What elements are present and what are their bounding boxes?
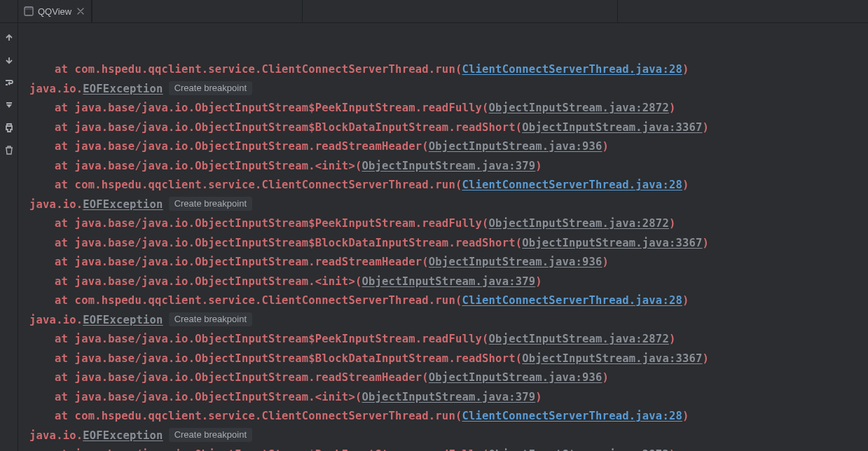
console-line: at java.base/java.io.ObjectInputStream$B… xyxy=(29,234,868,254)
stack-close: ) xyxy=(669,217,676,230)
stack-at: at java.base/java.io.ObjectInputStream$P… xyxy=(55,102,489,114)
source-link[interactable]: ObjectInputStream.java:3367 xyxy=(522,121,702,134)
console-line: java.io.EOFExceptionCreate breakpoint xyxy=(29,195,868,215)
create-breakpoint-button[interactable]: Create breakpoint xyxy=(169,428,252,442)
stack-close: ) xyxy=(669,448,676,451)
console-line: at java.base/java.io.ObjectInputStream$B… xyxy=(29,349,868,369)
exception-class-link[interactable]: EOFException xyxy=(83,198,163,211)
console-line: java.io.EOFExceptionCreate breakpoint xyxy=(29,80,868,99)
exception-package: java.io. xyxy=(29,83,83,95)
console-line: at com.hspedu.qqclient.service.ClientCon… xyxy=(29,176,868,195)
tabbar-segment xyxy=(617,0,729,22)
stack-close: ) xyxy=(703,121,710,134)
exception-package: java.io. xyxy=(29,429,83,442)
source-link[interactable]: ObjectInputStream.java:936 xyxy=(429,371,602,384)
source-link[interactable]: ClientConnectServerThread.java:28 xyxy=(462,294,682,307)
console-line: at com.hspedu.qqclient.service.ClientCon… xyxy=(29,407,868,426)
console-line: at java.base/java.io.ObjectInputStream$P… xyxy=(29,99,868,118)
console-line: at java.base/java.io.ObjectInputStream.<… xyxy=(29,388,868,408)
stack-at: at java.base/java.io.ObjectInputStream$B… xyxy=(55,352,522,365)
stack-close: ) xyxy=(669,102,676,114)
stack-at: at java.base/java.io.ObjectInputStream.r… xyxy=(55,371,429,384)
exception-class-link[interactable]: EOFException xyxy=(83,429,163,442)
stack-close: ) xyxy=(669,333,676,345)
run-toolwindow-gutter xyxy=(0,23,18,451)
scroll-to-end-button[interactable] xyxy=(3,99,15,111)
source-link[interactable]: ObjectInputStream.java:2872 xyxy=(489,448,669,451)
source-link[interactable]: ObjectInputStream.java:3367 xyxy=(522,237,702,249)
up-stack-button[interactable] xyxy=(3,32,15,44)
trash-button[interactable] xyxy=(3,144,15,156)
stack-at: at java.base/java.io.ObjectInputStream$B… xyxy=(55,121,522,134)
stack-close: ) xyxy=(703,237,710,249)
console-line: at java.base/java.io.ObjectInputStream.<… xyxy=(29,272,868,292)
stack-close: ) xyxy=(535,275,542,288)
console-line: at com.hspedu.qqclient.service.ClientCon… xyxy=(29,291,868,311)
stack-close: ) xyxy=(535,391,542,403)
source-link[interactable]: ObjectInputStream.java:2872 xyxy=(489,333,669,345)
soft-wrap-button[interactable] xyxy=(3,76,15,89)
stack-at: at com.hspedu.qqclient.service.ClientCon… xyxy=(55,410,462,422)
stack-at: at java.base/java.io.ObjectInputStream$P… xyxy=(55,448,489,451)
source-link[interactable]: ObjectInputStream.java:3367 xyxy=(522,352,702,365)
source-link[interactable]: ObjectInputStream.java:936 xyxy=(429,256,602,268)
close-icon[interactable] xyxy=(77,8,84,15)
stack-close: ) xyxy=(682,294,689,307)
source-link[interactable]: ObjectInputStream.java:379 xyxy=(361,391,535,403)
console-line: at java.base/java.io.ObjectInputStream.r… xyxy=(29,137,868,157)
tabbar-segment xyxy=(302,0,617,22)
exception-class-link[interactable]: EOFException xyxy=(83,314,163,326)
stack-close: ) xyxy=(602,371,609,384)
tabbar-left-gutter xyxy=(0,0,18,22)
console-output[interactable]: at com.hspedu.qqclient.service.ClientCon… xyxy=(18,23,868,451)
stack-close: ) xyxy=(682,410,689,422)
create-breakpoint-button[interactable]: Create breakpoint xyxy=(169,81,252,95)
source-link[interactable]: ObjectInputStream.java:936 xyxy=(429,140,602,153)
stack-at: at java.base/java.io.ObjectInputStream.r… xyxy=(55,256,429,268)
exception-package: java.io. xyxy=(29,314,83,326)
stack-close: ) xyxy=(602,256,609,268)
source-link[interactable]: ObjectInputStream.java:2872 xyxy=(489,102,669,114)
console-line: at java.base/java.io.ObjectInputStream$P… xyxy=(29,330,868,349)
console-line: at java.base/java.io.ObjectInputStream.r… xyxy=(29,253,868,272)
console-line: java.io.EOFExceptionCreate breakpoint xyxy=(29,426,868,446)
source-link[interactable]: ClientConnectServerThread.java:28 xyxy=(462,63,682,76)
stack-at: at com.hspedu.qqclient.service.ClientCon… xyxy=(55,294,462,307)
print-button[interactable] xyxy=(3,121,15,134)
source-link[interactable]: ObjectInputStream.java:379 xyxy=(361,160,535,172)
console-line: java.io.EOFExceptionCreate breakpoint xyxy=(29,311,868,331)
svg-rect-1 xyxy=(25,7,33,10)
stack-close: ) xyxy=(535,160,542,172)
down-stack-button[interactable] xyxy=(3,54,15,67)
source-link[interactable]: ObjectInputStream.java:2872 xyxy=(489,217,669,230)
tabbar-segment xyxy=(92,0,302,22)
source-link[interactable]: ObjectInputStream.java:379 xyxy=(361,275,535,288)
stack-at: at java.base/java.io.ObjectInputStream$P… xyxy=(55,333,489,345)
console-line: at java.base/java.io.ObjectInputStream$P… xyxy=(29,214,868,234)
source-link[interactable]: ClientConnectServerThread.java:28 xyxy=(462,410,682,422)
console-line: at java.base/java.io.ObjectInputStream.<… xyxy=(29,157,868,176)
create-breakpoint-button[interactable]: Create breakpoint xyxy=(169,197,252,211)
console-line: at java.base/java.io.ObjectInputStream.r… xyxy=(29,368,868,388)
stack-close: ) xyxy=(682,179,689,191)
stack-at: at java.base/java.io.ObjectInputStream$P… xyxy=(55,217,489,230)
tab-label: QQView xyxy=(38,6,71,17)
exception-package: java.io. xyxy=(29,198,83,211)
stack-close: ) xyxy=(602,140,609,153)
console-line: at java.base/java.io.ObjectInputStream$P… xyxy=(29,445,868,451)
tab-qqview[interactable]: QQView xyxy=(18,0,92,22)
stack-at: at com.hspedu.qqclient.service.ClientCon… xyxy=(55,179,462,191)
stack-at: at java.base/java.io.ObjectInputStream.<… xyxy=(55,160,361,172)
create-breakpoint-button[interactable]: Create breakpoint xyxy=(169,312,252,326)
stack-at: at java.base/java.io.ObjectInputStream$B… xyxy=(55,237,522,249)
stack-at: at java.base/java.io.ObjectInputStream.r… xyxy=(55,140,429,153)
stack-at: at com.hspedu.qqclient.service.ClientCon… xyxy=(55,63,462,76)
console-line: at com.hspedu.qqclient.service.ClientCon… xyxy=(29,60,868,80)
editor-tabbar: QQView xyxy=(0,0,868,23)
source-link[interactable]: ClientConnectServerThread.java:28 xyxy=(462,179,682,191)
stack-at: at java.base/java.io.ObjectInputStream.<… xyxy=(55,391,361,403)
console-line: at java.base/java.io.ObjectInputStream$B… xyxy=(29,118,868,138)
stack-close: ) xyxy=(703,352,710,365)
file-icon xyxy=(24,6,34,16)
exception-class-link[interactable]: EOFException xyxy=(83,83,163,95)
